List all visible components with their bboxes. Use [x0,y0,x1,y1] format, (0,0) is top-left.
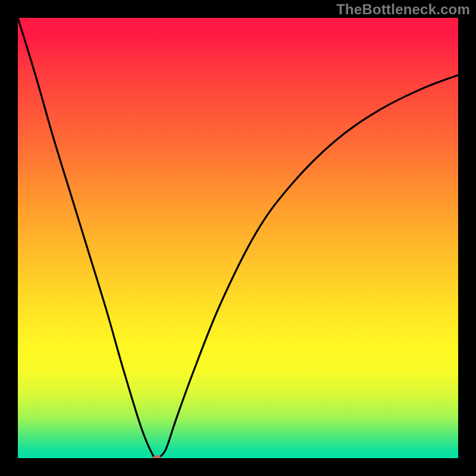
watermark-text: TheBottleneck.com [336,1,470,18]
plot-area [18,18,458,458]
optimal-point-marker [153,455,161,458]
bottleneck-curve [18,18,458,458]
curve-svg [18,18,458,458]
chart-frame: TheBottleneck.com [0,0,476,476]
